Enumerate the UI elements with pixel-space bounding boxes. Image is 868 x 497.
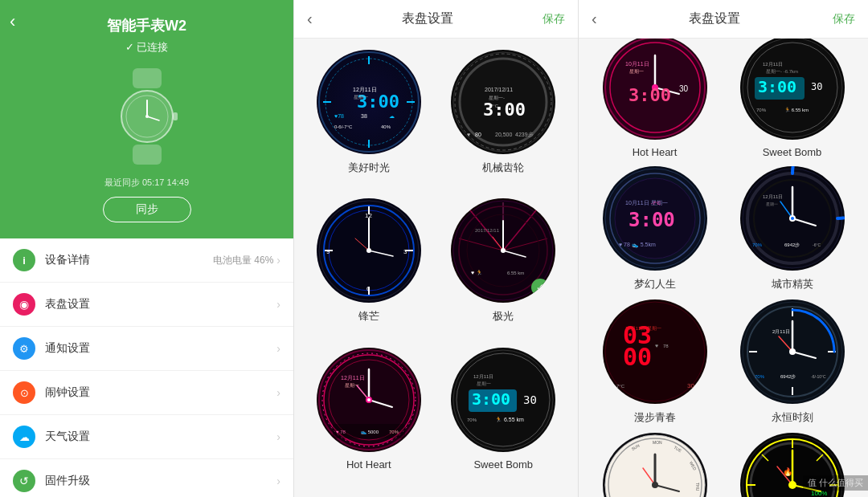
- svg-text:星期一: 星期一: [766, 202, 778, 206]
- svg-text:78: 78: [663, 344, 669, 348]
- svg-text:12月11日: 12月11日: [763, 62, 783, 67]
- svg-text:30: 30: [811, 81, 822, 92]
- svg-text:70%: 70%: [752, 242, 763, 247]
- svg-text:6: 6: [366, 285, 371, 292]
- svg-text:70%: 70%: [756, 108, 767, 112]
- svg-rect-0: [133, 68, 162, 88]
- watchface-chengshi[interactable]: 12月11日 星期一 70% 6942步 -6°C 城市精英: [727, 166, 857, 291]
- mid-save-button[interactable]: 保存: [542, 12, 565, 26]
- svg-text:10月11日: 10月11日: [625, 61, 649, 67]
- watchface-label-meihao: 美好时光: [348, 161, 390, 175]
- watchface-label-jiguang: 极光: [493, 309, 514, 324]
- watchface-sweet2[interactable]: 12月11日 星期一- -6.7km 3:00 30 70% 🏃 6.55 km…: [727, 39, 857, 158]
- menu-item-notification[interactable]: ⚙ 通知设置 ›: [0, 327, 293, 371]
- menu-item-watchface[interactable]: ◉ 表盘设置 ›: [0, 283, 293, 327]
- right-watchface-grid: 10月11日 星期一 3:00 30 Hot Heart 12月11日 星期一-…: [579, 39, 868, 497]
- watchface-circle-chengshi: 12月11日 星期一 70% 6942步 -6°C: [740, 166, 845, 271]
- right-panel: ‹ 表盘设置 保存 10月11日 星期一 3:00 30 Hot Heart: [579, 0, 868, 497]
- menu-right-notification: ›: [276, 342, 280, 355]
- menu-item-alarm[interactable]: ⊙ 闹钟设置 ›: [0, 371, 293, 415]
- sync-button[interactable]: 同步: [103, 197, 191, 222]
- svg-text:☁: ☁: [389, 113, 395, 119]
- menu-item-firmware[interactable]: ↺ 固件升级 ›: [0, 459, 293, 497]
- arrow-icon-notification: ›: [276, 342, 280, 355]
- svg-text:3: 3: [403, 248, 407, 255]
- svg-text:0-6/-7°C: 0-6/-7°C: [334, 124, 353, 129]
- watchface-label-fengmang: 锋芒: [358, 309, 379, 324]
- watchface-circle-sweetbomb: 12月11日 星期一 3:00 30 70% 🏃 6.55 km: [451, 348, 555, 452]
- menu-label-watchface: 表盘设置: [45, 297, 276, 312]
- svg-text:♥78: ♥78: [334, 113, 344, 119]
- watermark: 值 什么值得买: [803, 475, 868, 491]
- mid-back-icon[interactable]: ‹: [307, 10, 313, 28]
- svg-text:4239步: 4239步: [515, 132, 534, 138]
- watchface-hot2[interactable]: 10月11日 星期一 3:00 30 Hot Heart: [590, 39, 719, 158]
- svg-text:MON: MON: [653, 440, 662, 445]
- svg-text:30: 30: [687, 382, 694, 389]
- arrow-icon-alarm: ›: [276, 386, 280, 399]
- watchface-fengmang[interactable]: 12 3 6 9 锋芒: [305, 198, 432, 339]
- svg-text:星期一: 星期一: [477, 381, 491, 386]
- watchface-label-sweet2: Sweet Bomb: [763, 146, 822, 158]
- menu-list: i 设备详情 电池电量 46% › ◉ 表盘设置 › ⚙ 通知设置 › ⊙ 闹钟…: [0, 238, 293, 497]
- svg-point-71: [367, 398, 371, 401]
- watchface-label-hot2: Hot Heart: [633, 146, 678, 158]
- svg-text:12月11日: 12月11日: [353, 87, 377, 92]
- arrow-icon-device: ›: [276, 254, 280, 267]
- menu-label-alarm: 闹钟设置: [45, 385, 276, 400]
- watchface-manbu[interactable]: 03 00 12月11日 星期一 ♥ 78 30 -7°C 漫步青春: [590, 299, 719, 425]
- svg-text:星期一- -6.7km: 星期一- -6.7km: [766, 69, 798, 74]
- right-back-icon[interactable]: ‹: [592, 10, 597, 28]
- watchface-jianpu[interactable]: SUN MON TUE WED THU FRI SAT 2018/04/11 -…: [590, 433, 719, 497]
- svg-text:星期一: 星期一: [629, 69, 644, 74]
- menu-label-weather: 天气设置: [45, 430, 276, 444]
- left-back-icon[interactable]: ‹: [10, 11, 15, 32]
- svg-text:3:00: 3:00: [628, 209, 675, 231]
- svg-text:30: 30: [679, 84, 689, 93]
- watchface-label-manbu: 漫步青春: [634, 410, 676, 425]
- svg-text:70%: 70%: [389, 430, 399, 434]
- svg-text:12月11日: 12月11日: [341, 375, 365, 381]
- svg-text:2月11日: 2月11日: [772, 329, 790, 334]
- watchface-meihao[interactable]: 3:00 12月11日 星期一 ♥78 38 ☁ 0-6/-7°C 40% 美好…: [305, 50, 432, 190]
- device-title: 智能手表W2: [107, 16, 186, 35]
- svg-text:70%: 70%: [755, 374, 765, 379]
- svg-text:38: 38: [361, 113, 367, 119]
- svg-text:🔥: 🔥: [783, 466, 793, 477]
- svg-point-159: [652, 482, 658, 488]
- svg-text:6.55 km: 6.55 km: [507, 271, 524, 275]
- weather-icon: ☁: [13, 426, 35, 448]
- svg-text:2017/12/11: 2017/12/11: [475, 228, 500, 233]
- menu-right-device: 电池电量 46% ›: [213, 254, 280, 267]
- left-panel-top: 智能手表W2 ✓ 已连接 最近同步 05:17 14:49: [0, 0, 293, 238]
- svg-text:00: 00: [623, 343, 652, 371]
- watchface-circle-jiguang: 2017/12/11 ♥ 🏃 6.55 km ✓: [451, 198, 555, 303]
- svg-point-6: [145, 115, 149, 118]
- connected-label: ✓ 已连接: [125, 40, 169, 55]
- watchface-hotheart[interactable]: 12月11日 星期一 ♥ 78 👟 5000 70% Hot Heart: [305, 348, 432, 486]
- connected-status: ✓ 已连接: [125, 40, 169, 55]
- watchface-label-jixie: 机械齿轮: [482, 161, 524, 175]
- watchface-yongheng[interactable]: 2月11日 70% 6942步 -6/-10°C 永恒时刻: [727, 299, 857, 425]
- watchface-sweetbomb[interactable]: 12月11日 星期一 3:00 30 70% 🏃 6.55 km Sweet B…: [440, 348, 567, 486]
- watchface-circle-jianpu: SUN MON TUE WED THU FRI SAT 2018/04/11 -…: [603, 433, 707, 497]
- firmware-icon: ↺: [13, 470, 35, 492]
- watchface-label-menghuan: 梦幻人生: [634, 277, 676, 291]
- watchface-menghuan[interactable]: 3:00 10月11日 星期一 -7°C ♥ 78 👟 5.5km 梦幻人生: [590, 166, 719, 291]
- svg-text:♥ 78: ♥ 78: [336, 430, 346, 434]
- svg-text:THU: THU: [695, 483, 700, 491]
- svg-text:12月11日: 12月11日: [763, 194, 783, 199]
- svg-rect-7: [173, 112, 178, 120]
- menu-right-alarm: ›: [276, 386, 280, 399]
- right-save-button[interactable]: 保存: [833, 12, 855, 26]
- svg-text:🏃 6.55 km: 🏃 6.55 km: [495, 416, 524, 423]
- watchface-jixie[interactable]: 2017/12/11 星期一- -7°C 3:00 ♥ 80 20,500 42…: [440, 50, 567, 190]
- arrow-icon-watchface: ›: [276, 298, 280, 311]
- watchface-circle-menghuan: 3:00 10月11日 星期一 -7°C ♥ 78 👟 5.5km: [603, 166, 707, 271]
- svg-text:♥ 🏃: ♥ 🏃: [471, 269, 483, 276]
- watchface-icon: ◉: [13, 293, 35, 316]
- menu-item-weather[interactable]: ☁ 天气设置 ›: [0, 415, 293, 459]
- menu-item-device[interactable]: i 设备详情 电池电量 46% ›: [0, 238, 293, 283]
- watchface-jiguang[interactable]: 2017/12/11 ♥ 🏃 6.55 km ✓ 极光: [440, 198, 567, 339]
- arrow-icon-firmware: ›: [276, 475, 280, 487]
